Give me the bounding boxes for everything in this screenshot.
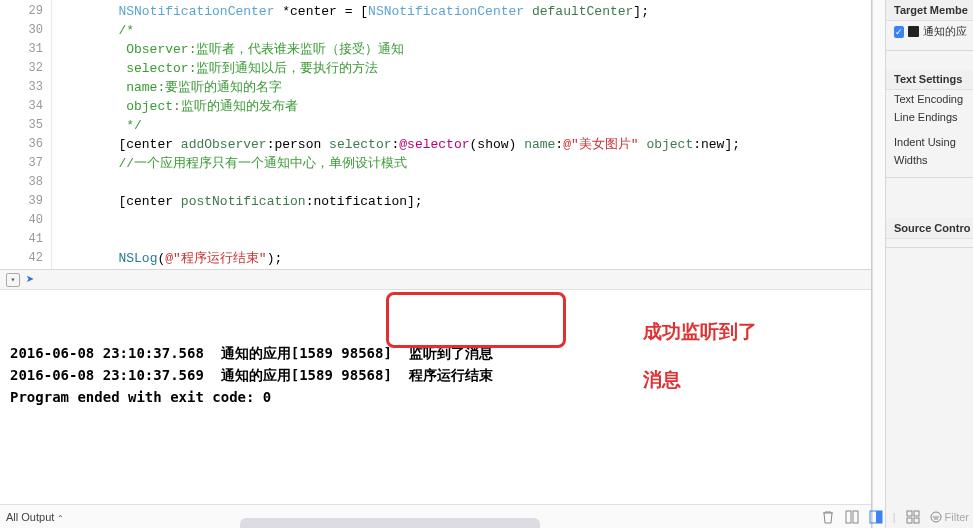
- annotation-highlight-box: [386, 292, 566, 348]
- svg-rect-1: [853, 511, 858, 523]
- annotation-text: 成功监听到了 消息: [590, 296, 757, 416]
- debug-step-icon[interactable]: ➤: [26, 271, 34, 288]
- widths-row[interactable]: Widths: [886, 151, 973, 169]
- target-membership-header: Target Membe: [886, 0, 973, 21]
- svg-rect-7: [914, 518, 919, 523]
- editor-scrollbar[interactable]: [872, 0, 885, 528]
- inspector-sidebar: Target Membe ✓ 通知的应 Text Settings Text E…: [885, 0, 973, 528]
- svg-rect-0: [846, 511, 851, 523]
- console-toolbar: ▾ ➤: [0, 270, 871, 290]
- console-disclosure-button[interactable]: ▾: [6, 273, 20, 287]
- filter-icon: [930, 511, 942, 523]
- indent-using-row[interactable]: Indent Using: [886, 126, 973, 151]
- code-content[interactable]: NSNotificationCenter *center = [NSNotifi…: [52, 0, 871, 269]
- macos-dock: [240, 518, 540, 528]
- output-filter-dropdown[interactable]: All Output ⌃: [6, 511, 64, 523]
- target-membership-row[interactable]: ✓ 通知的应: [886, 21, 973, 42]
- text-encoding-row[interactable]: Text Encoding: [886, 90, 973, 108]
- text-settings-header: Text Settings: [886, 69, 973, 90]
- vars-view-icon[interactable]: [845, 510, 859, 524]
- svg-rect-6: [907, 518, 912, 523]
- app-target-icon: [908, 26, 919, 37]
- svg-rect-4: [907, 511, 912, 516]
- console-output[interactable]: 2016-06-08 23:10:37.568 通知的应用[1589 98568…: [0, 290, 871, 504]
- filter-field[interactable]: Filter: [930, 511, 969, 523]
- line-number-gutter: 2930313233343536373839404142434445: [0, 0, 52, 269]
- target-label: 通知的应: [923, 24, 967, 39]
- svg-rect-3: [876, 511, 882, 523]
- source-control-header: Source Contro: [886, 218, 973, 239]
- svg-rect-5: [914, 511, 919, 516]
- code-editor[interactable]: 2930313233343536373839404142434445 NSNot…: [0, 0, 871, 269]
- line-endings-row[interactable]: Line Endings: [886, 108, 973, 126]
- grid-icon[interactable]: [906, 510, 920, 524]
- checkbox-checked-icon[interactable]: ✓: [894, 26, 904, 38]
- trash-icon[interactable]: [821, 510, 835, 524]
- console-view-icon[interactable]: [869, 510, 883, 524]
